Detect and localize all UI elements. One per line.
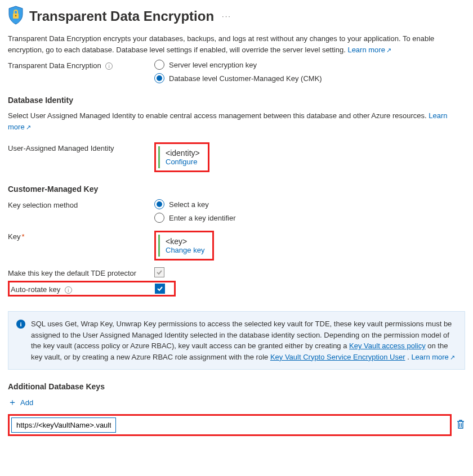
intro-text: Transparent Data Encryption encrypts you… bbox=[8, 33, 465, 55]
external-link-icon: ↗ bbox=[386, 47, 391, 53]
learn-more-link[interactable]: Learn more↗ bbox=[411, 353, 454, 361]
svg-point-1 bbox=[15, 15, 17, 17]
key-selection-radio-group: Select a key Enter a key identifier bbox=[154, 199, 236, 223]
highlight-box bbox=[8, 414, 452, 436]
default-tde-protector-label: Make this key the default TDE protector bbox=[8, 267, 154, 277]
auto-rotate-key-checkbox[interactable] bbox=[155, 284, 165, 294]
uami-selection: <identity> Configure bbox=[158, 146, 206, 168]
highlight-box: <key> Change key bbox=[154, 231, 214, 261]
key-value: <key> bbox=[166, 237, 204, 246]
database-identity-desc: Select User Assigned Managed Identity to… bbox=[8, 110, 465, 132]
info-callout: i SQL uses Get, Wrap Key, Unwrap Key per… bbox=[8, 311, 465, 370]
plus-icon: ＋ bbox=[8, 397, 17, 408]
radio-select-a-key[interactable]: Select a key bbox=[154, 199, 236, 209]
page-header: Transparent Data Encryption ··· bbox=[8, 6, 465, 26]
auto-rotate-key-label: Auto-rotate key i bbox=[10, 284, 155, 294]
highlight-box: <identity> Configure bbox=[154, 142, 209, 172]
learn-more-link[interactable]: Learn more↗ bbox=[347, 46, 391, 54]
delete-key-button[interactable] bbox=[456, 419, 465, 431]
kv-crypto-role-link[interactable]: Key Vault Crypto Service Encryption User bbox=[270, 353, 405, 361]
page-title: Transparent Data Encryption bbox=[29, 8, 214, 24]
uami-value: <identity> bbox=[166, 149, 200, 158]
configure-identity-link[interactable]: Configure bbox=[166, 158, 197, 166]
more-actions-button[interactable]: ··· bbox=[220, 12, 234, 20]
tde-radio-group: Server level encryption key Database lev… bbox=[154, 60, 322, 83]
uami-label: User-Assigned Managed Identity bbox=[8, 142, 154, 152]
external-link-icon: ↗ bbox=[26, 124, 31, 131]
key-label: Key* bbox=[8, 231, 154, 241]
radio-database-level-cmk[interactable]: Database level Customer-Managed Key (CMK… bbox=[154, 73, 322, 83]
database-identity-heading: Database Identity bbox=[8, 96, 465, 105]
kv-access-policy-link[interactable]: Key Vault access policy bbox=[349, 342, 426, 350]
radio-server-level[interactable]: Server level encryption key bbox=[154, 60, 322, 70]
key-selection: <key> Change key bbox=[158, 235, 210, 257]
additional-key-input[interactable] bbox=[11, 417, 116, 433]
external-link-icon: ↗ bbox=[450, 354, 455, 361]
info-icon[interactable]: i bbox=[65, 286, 72, 294]
radio-icon bbox=[154, 213, 164, 223]
default-tde-protector-checkbox bbox=[154, 267, 164, 277]
radio-icon bbox=[154, 60, 164, 70]
tde-label: Transparent Data Encryption i bbox=[8, 60, 154, 70]
change-key-link[interactable]: Change key bbox=[166, 246, 204, 254]
add-key-button[interactable]: ＋ Add bbox=[8, 397, 465, 408]
trash-icon bbox=[456, 419, 465, 429]
shield-lock-icon bbox=[8, 6, 24, 26]
radio-icon bbox=[154, 199, 164, 209]
cmk-heading: Customer-Managed Key bbox=[8, 185, 465, 194]
radio-icon bbox=[154, 73, 164, 83]
additional-keys-heading: Additional Database Keys bbox=[8, 382, 465, 391]
info-icon: i bbox=[16, 320, 25, 329]
key-selection-method-label: Key selection method bbox=[8, 199, 154, 209]
radio-enter-key-identifier[interactable]: Enter a key identifier bbox=[154, 213, 236, 223]
info-icon[interactable]: i bbox=[105, 62, 113, 70]
